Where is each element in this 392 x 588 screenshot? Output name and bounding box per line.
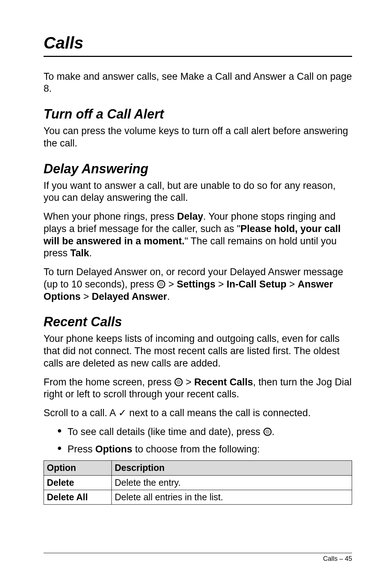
description: Delete the entry. bbox=[112, 475, 352, 490]
checkmark-icon: ✓ bbox=[118, 407, 127, 418]
center-key-icon bbox=[157, 280, 166, 289]
svg-point-3 bbox=[177, 380, 180, 384]
col-option: Option bbox=[44, 461, 112, 475]
bullet-list: To see call details (like time and date)… bbox=[44, 426, 352, 456]
paragraph: If you want to answer a call, but are un… bbox=[44, 180, 352, 204]
list-item: Press Options to choose from the followi… bbox=[57, 443, 352, 456]
page-footer: Calls – 45 bbox=[44, 553, 352, 563]
center-key-icon bbox=[174, 378, 183, 386]
text: When your phone rings, press bbox=[44, 211, 177, 222]
nav-in-call-setup: In-Call Setup bbox=[226, 279, 286, 290]
text: > bbox=[183, 377, 194, 388]
paragraph: Your phone keeps lists of incoming and o… bbox=[44, 333, 352, 369]
key-talk: Talk bbox=[70, 248, 89, 258]
table-header-row: Option Description bbox=[44, 461, 352, 475]
text: . bbox=[167, 291, 170, 302]
text: From the home screen, press bbox=[44, 377, 174, 388]
option-delete: Delete bbox=[44, 475, 112, 490]
description: Delete all entries in the list. bbox=[112, 490, 352, 504]
options-table: Option Description Delete Delete the ent… bbox=[44, 460, 352, 505]
text: . bbox=[89, 248, 92, 258]
text: > bbox=[81, 291, 92, 302]
text: > bbox=[215, 279, 226, 290]
paragraph: You can press the volume keys to turn of… bbox=[44, 125, 352, 150]
intro-paragraph: To make and answer calls, see Make a Cal… bbox=[44, 71, 352, 95]
svg-point-1 bbox=[159, 282, 163, 286]
paragraph: To turn Delayed Answer on, or record you… bbox=[44, 266, 352, 303]
text: to choose from the following: bbox=[132, 444, 260, 455]
svg-point-5 bbox=[266, 430, 269, 434]
text: Press bbox=[68, 444, 95, 455]
key-delay: Delay bbox=[177, 211, 203, 222]
text: Scroll to a call. A bbox=[44, 407, 118, 418]
text: . bbox=[272, 426, 275, 437]
key-options: Options bbox=[95, 444, 132, 455]
col-description: Description bbox=[112, 461, 352, 475]
text: To see call details (like time and date)… bbox=[68, 426, 263, 437]
paragraph: From the home screen, press > Recent Cal… bbox=[44, 376, 352, 401]
table-row: Delete All Delete all entries in the lis… bbox=[44, 490, 352, 504]
heading-recent-calls: Recent Calls bbox=[44, 314, 352, 330]
list-item: To see call details (like time and date)… bbox=[57, 426, 352, 438]
text: > bbox=[286, 279, 298, 290]
paragraph: When your phone rings, press Delay. Your… bbox=[44, 211, 352, 260]
text: > bbox=[166, 279, 177, 290]
table-row: Delete Delete the entry. bbox=[44, 475, 352, 490]
nav-recent-calls: Recent Calls bbox=[194, 377, 253, 388]
heading-delay-answering: Delay Answering bbox=[44, 161, 352, 177]
option-delete-all: Delete All bbox=[44, 490, 112, 504]
paragraph: Scroll to a call. A ✓ next to a call mea… bbox=[44, 407, 352, 419]
nav-settings: Settings bbox=[177, 279, 216, 290]
heading-turn-off-call-alert: Turn off a Call Alert bbox=[44, 106, 352, 122]
center-key-icon bbox=[263, 427, 272, 436]
text: next to a call means the call is connect… bbox=[127, 407, 311, 418]
page-title: Calls bbox=[44, 33, 352, 56]
nav-delayed-answer: Delayed Answer bbox=[92, 291, 167, 302]
